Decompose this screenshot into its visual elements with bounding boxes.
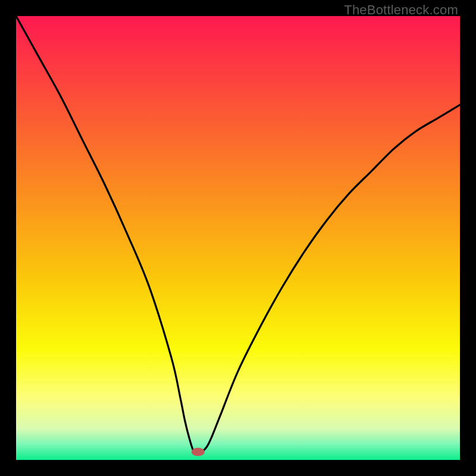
bottleneck-chart: [16, 16, 460, 460]
optimal-point-marker: [192, 448, 205, 456]
gradient-background: [16, 16, 460, 460]
outer-frame: TheBottleneck.com: [0, 0, 476, 476]
plot-area: [16, 16, 460, 460]
